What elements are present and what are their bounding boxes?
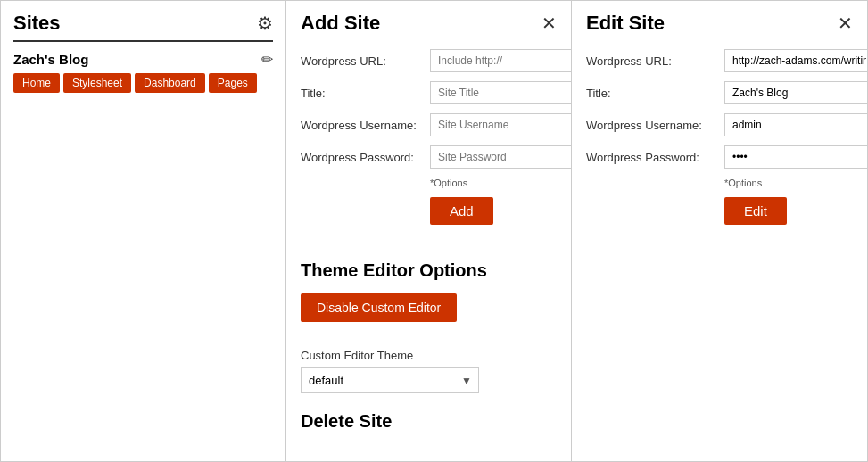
add-site-title: Add Site: [301, 12, 380, 35]
edit-site-header: Edit Site ✕: [586, 12, 853, 35]
sites-title: Sites: [13, 12, 61, 35]
theme-select[interactable]: default monokai eclipse cobalt: [301, 367, 479, 393]
password-label: Wordpress Password:: [301, 151, 430, 164]
right-panel: Edit Site ✕ Wordpress URL: Title: Wordpr…: [572, 1, 867, 461]
tab-stylesheet[interactable]: Stylesheet: [63, 73, 131, 93]
left-panel-header: Sites ⚙: [13, 12, 273, 35]
site-row: Zach's Blog ✏: [13, 51, 273, 68]
username-row: Wordpress Username:: [301, 113, 557, 136]
edit-url-input[interactable]: [724, 49, 867, 72]
divider: [13, 40, 273, 42]
url-row: Wordpress URL:: [301, 49, 557, 72]
middle-panel: Add Site ✕ Wordpress URL: Title: Wordpre…: [286, 1, 572, 461]
password-row: Wordpress Password:: [301, 145, 557, 169]
site-name: Zach's Blog: [13, 52, 88, 67]
edit-username-input[interactable]: [724, 113, 867, 136]
theme-select-wrapper: default monokai eclipse cobalt ▼: [301, 367, 479, 393]
edit-url-row: Wordpress URL:: [586, 49, 853, 72]
url-label: Wordpress URL:: [301, 54, 430, 68]
add-site-header: Add Site ✕: [301, 12, 557, 35]
options-label: *Options: [430, 177, 557, 188]
edit-site-title: Edit Site: [586, 12, 665, 35]
edit-pencil-icon[interactable]: ✏: [261, 51, 273, 68]
site-tabs: Home Stylesheet Dashboard Pages: [13, 73, 273, 93]
tab-home[interactable]: Home: [13, 73, 60, 93]
add-site-close-button[interactable]: ✕: [541, 14, 557, 32]
tab-pages[interactable]: Pages: [209, 73, 257, 93]
edit-password-input[interactable]: [724, 145, 867, 169]
title-input[interactable]: [430, 81, 572, 104]
edit-button[interactable]: Edit: [724, 197, 787, 225]
edit-password-row: Wordpress Password:: [586, 145, 853, 169]
edit-username-label: Wordpress Username:: [586, 119, 724, 132]
left-panel: Sites ⚙ Zach's Blog ✏ Home Stylesheet Da…: [1, 1, 286, 461]
theme-editor-section-title: Theme Editor Options: [301, 260, 557, 281]
middle-panel-inner: Add Site ✕ Wordpress URL: Title: Wordpre…: [286, 1, 571, 453]
edit-username-row: Wordpress Username:: [586, 113, 853, 136]
delete-site-title: Delete Site: [301, 411, 557, 432]
add-button[interactable]: Add: [430, 197, 493, 225]
url-input[interactable]: [430, 49, 572, 72]
disable-custom-editor-button[interactable]: Disable Custom Editor: [301, 293, 457, 322]
edit-title-label: Title:: [586, 87, 724, 100]
edit-site-close-button[interactable]: ✕: [838, 14, 853, 32]
settings-icon[interactable]: ⚙: [257, 12, 273, 34]
username-input[interactable]: [430, 113, 572, 136]
password-input[interactable]: [430, 145, 572, 169]
title-row: Title:: [301, 81, 557, 104]
edit-password-label: Wordpress Password:: [586, 151, 724, 164]
edit-url-label: Wordpress URL:: [586, 54, 724, 68]
custom-editor-theme-label: Custom Editor Theme: [301, 349, 557, 362]
edit-title-input[interactable]: [724, 81, 867, 104]
title-label: Title:: [301, 87, 430, 100]
edit-title-row: Title:: [586, 81, 853, 104]
tab-dashboard[interactable]: Dashboard: [135, 73, 205, 93]
edit-options-label: *Options: [724, 177, 853, 188]
username-label: Wordpress Username:: [301, 119, 430, 132]
